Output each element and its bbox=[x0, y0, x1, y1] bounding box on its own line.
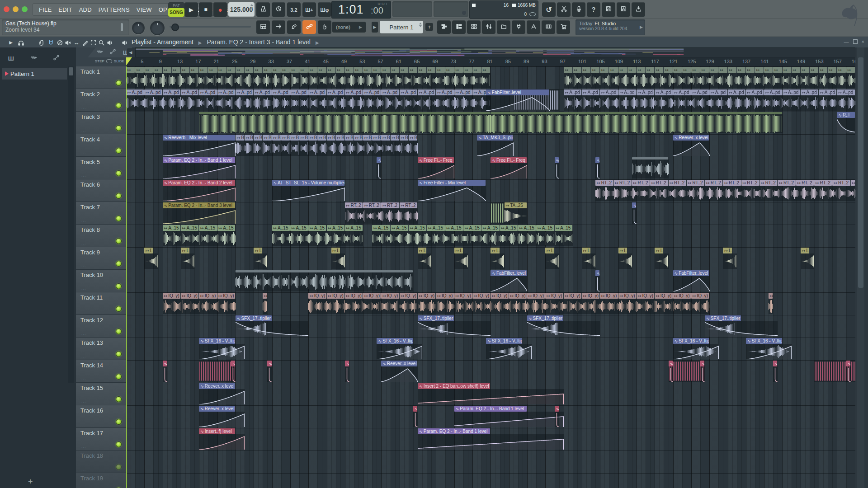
clip-header[interactable]: ↦A..15 bbox=[391, 225, 408, 231]
slip-icon[interactable] bbox=[38, 39, 45, 46]
playlist-overview-scrollbar[interactable] bbox=[135, 47, 855, 57]
clip-header[interactable]: ↦A..pd bbox=[673, 89, 691, 95]
clip-header[interactable]: ↦RT..2 bbox=[363, 202, 381, 208]
clip-header[interactable]: ↦L..09 bbox=[618, 248, 627, 253]
audio-clip-l-09[interactable]: ↦L..09 bbox=[618, 248, 632, 269]
track-enable-led[interactable] bbox=[116, 238, 122, 244]
automation-clip-sfx-17-tiplier[interactable]: ∿SFX_17..tiplier bbox=[236, 315, 308, 337]
mute-icon[interactable] bbox=[64, 39, 71, 46]
clip-header[interactable]: ↦A..pd bbox=[199, 89, 217, 95]
clip-header[interactable]: ↦IQ..y) bbox=[199, 293, 217, 299]
track-enable-led[interactable] bbox=[116, 464, 122, 470]
clip-header[interactable]: ∿Free Fi..- Freq bbox=[418, 157, 454, 163]
track-enable-led[interactable] bbox=[116, 441, 122, 447]
clip-header[interactable]: ∿SFX_17..tiplier bbox=[705, 315, 741, 321]
clip-header[interactable]: ↦IQ..y) bbox=[545, 293, 563, 299]
picker-scrollbar[interactable] bbox=[68, 66, 74, 383]
preview-icon[interactable] bbox=[17, 39, 24, 46]
track-enable-led[interactable] bbox=[116, 351, 122, 357]
clip-header[interactable]: ↦A..pd bbox=[454, 89, 472, 95]
clip-header[interactable]: ∿Reeverb - Mix level bbox=[163, 135, 235, 141]
track-enable-led[interactable] bbox=[116, 396, 122, 402]
clip-header[interactable]: ↦A..15 bbox=[427, 225, 444, 231]
track-options[interactable]: ... bbox=[81, 218, 86, 223]
clip-header[interactable]: ↦A..15 bbox=[345, 225, 363, 231]
audio-clip[interactable] bbox=[632, 157, 669, 179]
song-label[interactable]: SONG bbox=[168, 8, 184, 17]
clip-header[interactable]: ↦RT..2 bbox=[778, 180, 795, 186]
automation-clip-reever-x-level[interactable]: ∿Reever..x level bbox=[199, 406, 245, 427]
clip-header[interactable]: ↦IQ..y) bbox=[527, 293, 545, 299]
clip-header[interactable]: ↦A..pd bbox=[363, 89, 381, 95]
shuttle-thumb[interactable] bbox=[171, 23, 179, 31]
clip-header[interactable]: ↦A..pd bbox=[746, 89, 764, 95]
clip-header[interactable]: ↦ bbox=[272, 67, 281, 73]
touch-button[interactable] bbox=[318, 20, 331, 34]
clip-header[interactable]: ↦ bbox=[281, 67, 290, 73]
clip-header[interactable]: ↦L..09 bbox=[454, 248, 463, 253]
clip-header[interactable]: ↦ bbox=[792, 67, 800, 73]
tempo-display[interactable]: 125.000 bbox=[228, 2, 255, 17]
clip-header[interactable]: ∿Reever..x level bbox=[381, 361, 417, 366]
clip-header[interactable]: ↦A..pd bbox=[436, 89, 453, 95]
master-pitch-knob[interactable] bbox=[150, 21, 165, 35]
automation-clip[interactable]: ∿ bbox=[595, 270, 600, 292]
clip-header[interactable]: ∿Free Filter - Mix level bbox=[418, 180, 486, 186]
clip-header[interactable]: ↦ bbox=[646, 67, 654, 73]
clip-header[interactable]: ↦ bbox=[609, 67, 618, 73]
track-options[interactable]: ... bbox=[81, 263, 86, 268]
picker-scroll-thumb[interactable] bbox=[69, 67, 73, 75]
clip-header[interactable]: ↦L..09 bbox=[144, 248, 153, 253]
track-name[interactable]: Track 6 bbox=[80, 181, 100, 188]
no-snap-icon[interactable] bbox=[56, 39, 63, 46]
track-name[interactable]: Track 5 bbox=[80, 159, 100, 165]
clip-header[interactable]: ↦ bbox=[263, 293, 267, 299]
clip-header[interactable]: ↦A..pd bbox=[837, 89, 854, 95]
clip-header[interactable]: ↦A..pd bbox=[600, 89, 618, 95]
audio-clip-l-09[interactable]: ↦L..09 bbox=[582, 248, 595, 269]
clip-header[interactable]: ↦ bbox=[199, 67, 208, 73]
vscroll-thumb[interactable] bbox=[858, 57, 863, 288]
zoom-icon[interactable] bbox=[98, 39, 105, 46]
automation-clip[interactable]: ∿ bbox=[555, 157, 559, 179]
clip-header[interactable]: ↦RT..2 bbox=[650, 180, 668, 186]
clip-header[interactable]: ∿ bbox=[595, 270, 599, 276]
audio-clip-iq-y-[interactable]: ↦IQ..y)↦IQ..y)↦IQ..y)↦IQ..y)↦IQ..y)↦IQ..… bbox=[308, 293, 709, 314]
clip-header[interactable]: ↦ bbox=[236, 67, 244, 73]
audio-clip-l-09[interactable]: ↦L..09 bbox=[418, 248, 431, 269]
clip-header[interactable]: ↦ bbox=[463, 67, 472, 73]
clip-header[interactable]: ↦IQ..y) bbox=[472, 293, 490, 299]
track-name[interactable]: Track 3 bbox=[80, 113, 100, 120]
pattern-nav-button[interactable]: ▶ bbox=[372, 22, 378, 33]
clip-header[interactable]: ↦A..pd bbox=[618, 89, 636, 95]
automation-clip[interactable]: ∿ bbox=[345, 361, 349, 382]
clip-header[interactable]: ↦ bbox=[254, 67, 262, 73]
automation-clip-free-fi-freq[interactable]: ∿Free Fi..- Freq bbox=[491, 157, 527, 179]
clip-header[interactable]: ∿AT_ST_SL_15 - Volume multiplier bbox=[272, 180, 344, 186]
clip-header[interactable]: ∿SFX_17..tiplier bbox=[418, 315, 454, 321]
magnet-icon[interactable] bbox=[47, 39, 54, 46]
automation-clip[interactable]: ∿ bbox=[231, 361, 236, 382]
automation-clip-sfx-16-v-ltiplier[interactable]: ∿SFX_16 - V..ltiplier bbox=[746, 338, 792, 360]
clip-header[interactable]: ↦ bbox=[573, 67, 581, 73]
track-name[interactable]: Track 4 bbox=[80, 136, 100, 143]
audio-clip[interactable] bbox=[669, 361, 705, 382]
plugin-picker-button[interactable] bbox=[512, 20, 525, 34]
track-name[interactable]: Track 14 bbox=[80, 362, 103, 369]
clip-header[interactable]: ↦IQ..y) bbox=[600, 293, 618, 299]
clip-header[interactable]: ↦A..pd bbox=[819, 89, 836, 95]
clip-header[interactable]: ↦ bbox=[637, 67, 645, 73]
clip-header[interactable]: ↦ bbox=[409, 67, 417, 73]
audio-clip-l-09[interactable]: ↦L..09 bbox=[723, 248, 736, 269]
automation-clip[interactable]: ∿ bbox=[669, 361, 673, 382]
clip-header[interactable]: ↦ bbox=[190, 67, 198, 73]
track-options[interactable]: ... bbox=[81, 150, 86, 155]
automation-clip-sfx-17-tiplier[interactable]: ∿SFX_17..tiplier bbox=[527, 315, 600, 337]
clip-header[interactable]: ↦IQ..y) bbox=[618, 293, 636, 299]
clip-header[interactable]: ↦ bbox=[245, 67, 253, 73]
clip-header[interactable]: ↦A..pd bbox=[709, 89, 727, 95]
clip-header[interactable]: ↦ bbox=[263, 67, 271, 73]
loop-record-button[interactable]: Шφ bbox=[318, 2, 331, 17]
clip-header[interactable]: ↦ bbox=[564, 67, 572, 73]
audio-clip-rt-2[interactable]: ↦RT..2↦RT..2↦RT..2↦RT..2 bbox=[345, 202, 418, 224]
